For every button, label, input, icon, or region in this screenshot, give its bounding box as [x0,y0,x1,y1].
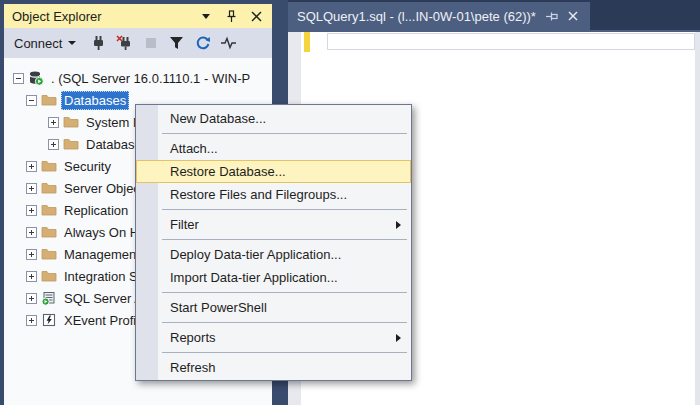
menu-item-label: Refresh [170,360,216,375]
tree-item-label: Security [61,157,114,176]
xevent-icon [41,312,57,328]
tree-item-label: Management [61,245,143,264]
menu-separator [162,352,407,353]
folder-icon [41,224,57,240]
expander-icon[interactable] [26,293,37,304]
pin-icon[interactable] [223,8,239,24]
tab-title: SQLQuery1.sql - (l...IN-0W-01\pete (62))… [297,9,536,24]
toolbar-icons [90,35,237,52]
tree-item-label: Databases [61,91,129,110]
expander-icon[interactable] [48,139,59,150]
editor-tab[interactable]: SQLQuery1.sql - (l...IN-0W-01\pete (62))… [288,2,590,30]
tree-item-label: . (SQL Server 16.0.1110.1 - WIN-P [48,69,253,88]
ssms-window: Object Explorer Connect [0,0,700,405]
menu-item-reports[interactable]: Reports [136,326,411,349]
chevron-down-icon [68,41,76,45]
menu-item-restore-files-and-filegroups[interactable]: Restore Files and Filegroups... [136,183,411,206]
disconnect-icon[interactable] [116,35,133,52]
expander-icon[interactable] [26,95,37,106]
window-position-icon[interactable] [198,8,214,24]
activity-monitor-icon[interactable] [220,35,237,52]
menu-item-label: Deploy Data-tier Application... [170,247,341,262]
panel-title: Object Explorer [12,9,189,24]
menu-item-start-powershell[interactable]: Start PowerShell [136,296,411,319]
menu-item-attach[interactable]: Attach... [136,137,411,160]
menu-separator [162,292,407,293]
menu-item-label: Reports [170,330,216,345]
editor-scrollbar[interactable] [695,32,700,405]
menu-separator [162,133,407,134]
menu-item-label: Start PowerShell [170,300,267,315]
folder-icon [41,246,57,262]
document-tab-strip: SQLQuery1.sql - (l...IN-0W-01\pete (62))… [288,0,700,30]
menu-item-import-data-tier-application[interactable]: Import Data-tier Application... [136,266,411,289]
expander-icon[interactable] [13,73,24,84]
menu-item-label: New Database... [170,111,266,126]
expander-icon[interactable] [26,227,37,238]
modified-lines-indicator [304,32,310,52]
folder-icon [41,268,57,284]
filter-icon[interactable] [168,35,185,52]
pin-icon[interactable] [545,10,558,23]
menu-separator [162,239,407,240]
expander-icon[interactable] [26,315,37,326]
connect-label: Connect [14,36,62,51]
tree-item-label: Replication [61,201,131,220]
expander-icon[interactable] [26,205,37,216]
menu-item-label: Filter [170,217,199,232]
expander-icon[interactable] [26,249,37,260]
folder-icon [63,114,79,130]
menu-separator [162,209,407,210]
menu-item-label: Restore Database... [170,164,286,179]
agent-icon [41,290,57,306]
expander-icon[interactable] [26,183,37,194]
submenu-arrow-icon [396,221,401,229]
databases-context-menu: New Database...Attach...Restore Database… [135,104,412,381]
menu-item-refresh[interactable]: Refresh [136,356,411,379]
folder-icon [41,180,57,196]
expander-icon[interactable] [26,271,37,282]
refresh-icon[interactable] [194,35,211,52]
folder-icon [41,92,57,108]
menu-item-label: Restore Files and Filegroups... [170,187,347,202]
tree-item-sql-server-16-0-1110-1-win-p[interactable]: . (SQL Server 16.0.1110.1 - WIN-P [4,67,272,89]
stop-icon [142,35,159,52]
menu-item-label: Import Data-tier Application... [170,270,338,285]
object-explorer-toolbar: Connect [4,28,272,58]
connect-icon[interactable] [90,35,107,52]
submenu-arrow-icon [396,334,401,342]
server-icon [28,70,44,86]
expander-icon[interactable] [48,117,59,128]
menu-item-filter[interactable]: Filter [136,213,411,236]
folder-icon [41,202,57,218]
object-explorer-titlebar[interactable]: Object Explorer [4,4,272,28]
expander-icon[interactable] [26,161,37,172]
current-line-box [327,33,695,50]
menu-item-restore-database[interactable]: Restore Database... [136,160,411,183]
menu-separator [162,322,407,323]
close-icon[interactable] [248,8,264,24]
menu-item-label: Attach... [170,141,218,156]
folder-icon [41,158,57,174]
close-icon[interactable] [567,10,580,23]
folder-icon [63,136,79,152]
connect-button[interactable]: Connect [14,36,76,51]
menu-item-deploy-data-tier-application[interactable]: Deploy Data-tier Application... [136,243,411,266]
menu-item-new-database[interactable]: New Database... [136,107,411,130]
